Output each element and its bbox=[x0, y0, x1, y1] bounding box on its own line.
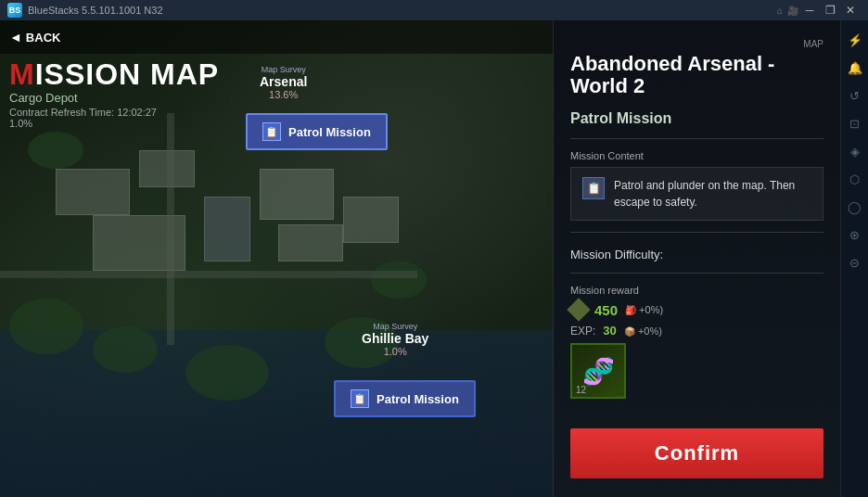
divider-1 bbox=[570, 138, 823, 139]
arsenal-survey-text: Map Survey bbox=[260, 65, 307, 74]
reward-bonus: 🎒 +0%) bbox=[625, 304, 663, 315]
titlebar-controls: ⌂ 🎥 ─ ❐ ✕ bbox=[773, 0, 861, 20]
building-7 bbox=[343, 197, 399, 243]
panel-mission-type: Patrol Mission bbox=[570, 110, 823, 127]
arsenal-percent: 13.6% bbox=[260, 89, 307, 100]
ghillie-patrol-mission-button[interactable]: 📋 Patrol Mission bbox=[334, 380, 476, 417]
exp-label: EXP: bbox=[570, 325, 595, 338]
mission-title-m: M bbox=[9, 57, 35, 91]
reward-item-num: 12 bbox=[576, 385, 586, 395]
divider-2 bbox=[570, 232, 823, 233]
sidebar-icon-9[interactable]: ⊝ bbox=[843, 250, 867, 274]
panel-location-title: Abandoned Arsenal - World 2 bbox=[570, 53, 823, 97]
game-area: ◄ BACK MISSION MAP Cargo Depot Contract … bbox=[0, 20, 553, 497]
mission-content-icon: 📋 bbox=[582, 177, 605, 199]
mission-icon-2: 📋 bbox=[351, 389, 369, 408]
mission-title: MISSION MAP bbox=[9, 59, 219, 89]
right-panel: MAP Abandoned Arsenal - World 2 Patrol M… bbox=[553, 20, 840, 497]
ghillie-patrol-label: Patrol Mission bbox=[377, 392, 459, 406]
sidebar-icon-8[interactable]: ⊛ bbox=[843, 223, 867, 247]
exp-amount: 30 bbox=[603, 324, 616, 338]
building-6 bbox=[278, 224, 343, 261]
mission-title-rest: ISSION MAP bbox=[35, 57, 219, 91]
titlebar-title: BlueStacks 5.5.101.1001 N32 bbox=[28, 5, 163, 16]
leaf-icon bbox=[567, 299, 590, 322]
road-1 bbox=[0, 271, 417, 278]
exp-bonus: 📦 +0%) bbox=[624, 325, 662, 337]
forest-3 bbox=[93, 326, 158, 373]
reward-label: Mission reward bbox=[570, 285, 823, 296]
cargo-depot-label: Cargo Depot bbox=[9, 91, 219, 105]
arsenal-map-survey: Map Survey Arsenal 13.6% bbox=[260, 65, 307, 100]
mission-icon-1: 📋 bbox=[262, 122, 281, 141]
reward-section: Mission reward 450 🎒 +0%) EXP: 30 📦 +0%) bbox=[570, 285, 823, 399]
forest-2 bbox=[9, 299, 83, 354]
mission-content-section: Mission Content 📋 Patrol and plunder on … bbox=[570, 150, 823, 221]
ghillie-survey-text: Map Survey bbox=[362, 322, 428, 331]
camera-icon[interactable]: 🎥 bbox=[786, 4, 799, 17]
forest-6 bbox=[371, 261, 427, 299]
mission-content-label: Mission Content bbox=[570, 150, 823, 161]
panel-map-label: MAP bbox=[570, 39, 823, 49]
sidebar-icon-7[interactable]: ◯ bbox=[843, 195, 867, 219]
arsenal-patrol-label: Patrol Mission bbox=[288, 125, 371, 139]
divider-3 bbox=[570, 273, 823, 274]
percent-label: 1.0% bbox=[9, 118, 219, 129]
mission-title-area: MISSION MAP Cargo Depot Contract Refresh… bbox=[9, 59, 219, 129]
forest-1 bbox=[28, 132, 83, 169]
reward-bonus-text: +0%) bbox=[639, 304, 663, 315]
back-label: BACK bbox=[26, 31, 61, 45]
home-icon[interactable]: ⌂ bbox=[773, 4, 786, 17]
sidebar-icon-5[interactable]: ◈ bbox=[843, 139, 867, 163]
contract-refresh-label: Contract Refresh Time: 12:02:27 bbox=[9, 107, 219, 118]
ghillie-bay-map-survey: Map Survey Ghillie Bay 1.0% bbox=[362, 322, 428, 357]
road-2 bbox=[167, 113, 174, 345]
ghillie-bay-percent: 1.0% bbox=[362, 346, 428, 357]
ghillie-mission-container: 📋 Patrol Mission bbox=[334, 380, 476, 417]
main-content: ◄ BACK MISSION MAP Cargo Depot Contract … bbox=[0, 20, 868, 497]
minimize-button[interactable]: ─ bbox=[799, 0, 820, 20]
game-topbar: ◄ BACK bbox=[0, 20, 553, 54]
bluestacks-logo: BS bbox=[7, 3, 22, 18]
dna-icon: 🧬 bbox=[582, 356, 615, 387]
sidebar-icon-4[interactable]: ⊡ bbox=[843, 111, 867, 135]
back-button[interactable]: ◄ BACK bbox=[9, 30, 60, 45]
building-4 bbox=[204, 197, 250, 261]
forest-4 bbox=[185, 345, 269, 401]
restore-button[interactable]: ❐ bbox=[820, 0, 840, 20]
arsenal-name: Arsenal bbox=[260, 74, 307, 89]
reward-exp-row: EXP: 30 📦 +0%) bbox=[570, 324, 823, 338]
arsenal-mission-container: 📋 Patrol Mission bbox=[246, 113, 388, 150]
reward-currency-row: 450 🎒 +0%) bbox=[570, 301, 823, 318]
arsenal-patrol-mission-button[interactable]: 📋 Patrol Mission bbox=[246, 113, 388, 150]
sidebar-icon-2[interactable]: 🔔 bbox=[843, 56, 867, 80]
building-1 bbox=[56, 169, 130, 215]
titlebar-left: BS BlueStacks 5.5.101.1001 N32 bbox=[7, 3, 163, 18]
building-5 bbox=[260, 169, 334, 220]
sidebar-icon-6[interactable]: ⬡ bbox=[843, 167, 867, 191]
reward-item-box: 🧬 12 bbox=[570, 343, 626, 399]
mission-content-box: 📋 Patrol and plunder on the map. Then es… bbox=[570, 167, 823, 221]
confirm-button[interactable]: Confirm bbox=[570, 428, 823, 478]
mission-content-text: Patrol and plunder on the map. Then esca… bbox=[614, 177, 811, 210]
reward-amount: 450 bbox=[594, 302, 618, 318]
sidebar-icon-3[interactable]: ↺ bbox=[843, 83, 867, 108]
sidebar-icon-1[interactable]: ⚡ bbox=[843, 28, 867, 52]
titlebar: BS BlueStacks 5.5.101.1001 N32 ⌂ 🎥 ─ ❐ ✕ bbox=[0, 0, 868, 20]
close-button[interactable]: ✕ bbox=[840, 0, 861, 20]
difficulty-label: Mission Difficulty: bbox=[570, 248, 823, 261]
back-arrow-icon: ◄ bbox=[9, 30, 22, 45]
ghillie-bay-name: Ghillie Bay bbox=[362, 331, 428, 346]
right-sidebar: ⚡ 🔔 ↺ ⊡ ◈ ⬡ ◯ ⊛ ⊝ bbox=[840, 20, 868, 497]
